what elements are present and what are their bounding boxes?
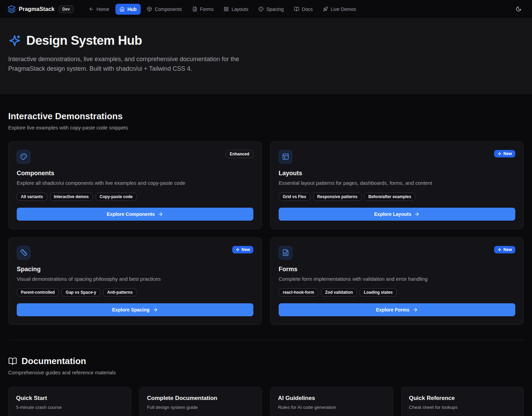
doc-card-title: AI Guidelines [278, 395, 385, 402]
documentation-section: Documentation Comprehensive guides and r… [0, 340, 532, 416]
arrow-right-icon [412, 307, 418, 313]
book-open-icon [294, 6, 299, 12]
tag: Responsive patterns [313, 193, 362, 201]
cta-label: Explore Spacing [112, 307, 150, 313]
card-title: Forms [279, 266, 515, 273]
theme-toggle-button[interactable] [512, 3, 524, 15]
tag: Parent-controlled [17, 288, 59, 296]
env-badge: Dev [59, 5, 74, 13]
nav-item-home[interactable]: Home [85, 4, 113, 15]
nav-item-spacing[interactable]: Spacing [254, 4, 288, 15]
nav-item-hub[interactable]: Hub [115, 4, 141, 15]
explore-components-button[interactable]: Explore Components [17, 208, 253, 221]
demo-card-forms: New Forms Complete form implementations … [270, 237, 524, 325]
cta-label: Explore Components [107, 211, 155, 217]
tag: Copy-paste code [96, 193, 137, 201]
nav-right [512, 3, 524, 15]
arrow-left-icon [89, 6, 94, 12]
tag-list: Parent-controlled Gap vs Space-y Anti-pa… [17, 288, 253, 296]
nav-item-live-demos[interactable]: Live Demos [319, 4, 360, 15]
brand-name: PragmaStack [19, 6, 55, 12]
page-title: Design System Hub [26, 33, 142, 48]
tag: Loading states [360, 288, 397, 296]
nav-item-label: Live Demos [331, 6, 356, 12]
hero-section: Design System Hub Interactive demonstrat… [0, 18, 532, 94]
nav-item-forms[interactable]: Forms [188, 4, 218, 15]
page-subtitle: Interactive demonstrations, live example… [8, 55, 264, 74]
arrow-right-icon [158, 211, 163, 217]
nav-item-label: Hub [127, 6, 137, 12]
nav-item-label: Components [155, 6, 182, 12]
doc-card-description: 5-minute crash course [16, 405, 123, 410]
new-badge: New [232, 246, 253, 253]
tag: Before/after examples [364, 193, 415, 201]
demos-section: Interactive Demonstrations Explore live … [0, 94, 532, 341]
sparkles-icon [498, 248, 502, 252]
sparkles-icon [498, 152, 502, 156]
tag: All variants [17, 193, 47, 201]
tag-list: All variants Interactive demos Copy-past… [17, 193, 253, 201]
doc-card-description: Cheat sheet for lookups [409, 405, 516, 410]
brand[interactable]: PragmaStack [8, 5, 55, 13]
demos-subheading: Explore live examples with copy-paste co… [8, 125, 524, 130]
tag: Interactive demos [50, 193, 93, 201]
docs-subheading: Comprehensive guides and reference mater… [8, 370, 524, 375]
tag: Anti-patterns [103, 288, 137, 296]
demo-card-layouts: New Layouts Essential layout patterns fo… [270, 141, 524, 229]
doc-card-title: Complete Documentation [147, 395, 254, 402]
card-description: Complete form implementations with valid… [279, 275, 515, 283]
demo-card-grid: Enhanced Components Explore all shadcn/u… [8, 141, 524, 325]
new-badge-label: New [503, 247, 512, 252]
enhanced-badge: Enhanced [226, 150, 253, 158]
tag-list: Grid vs Flex Responsive patterns Before/… [279, 193, 515, 201]
nav-item-docs[interactable]: Docs [290, 4, 317, 15]
doc-card-description: Full design system guide [147, 405, 254, 410]
card-title: Layouts [279, 170, 515, 177]
nav-item-label: Docs [302, 6, 313, 12]
book-open-icon [8, 357, 17, 366]
top-nav: PragmaStack Dev Home Hub Components Form [0, 0, 532, 18]
palette-icon [17, 150, 30, 164]
docs-heading: Documentation [22, 356, 86, 366]
doc-card-ai-guidelines[interactable]: AI Guidelines Rules for AI code generati… [270, 387, 393, 416]
explore-layouts-button[interactable]: Explore Layouts [279, 208, 515, 221]
doc-card-description: Rules for AI code generation [278, 405, 385, 410]
ruler-icon [17, 246, 30, 260]
moon-icon [516, 6, 521, 12]
box-icon [147, 6, 152, 12]
docs-card-grid: Quick Start 5-minute crash course Comple… [8, 387, 524, 416]
tag: Grid vs Flex [279, 193, 310, 201]
rocket-icon [323, 6, 328, 12]
nav-menu: Home Hub Components Forms Layouts [85, 4, 360, 15]
nav-item-label: Layouts [232, 6, 248, 12]
nav-item-components[interactable]: Components [143, 4, 186, 15]
new-badge: New [494, 150, 515, 157]
doc-card-quick-start[interactable]: Quick Start 5-minute crash course [8, 387, 131, 416]
arrow-right-icon [153, 307, 158, 313]
nav-item-label: Home [97, 6, 109, 12]
cta-label: Explore Forms [376, 307, 409, 313]
file-text-icon [279, 246, 292, 260]
palette-icon [258, 6, 264, 12]
card-description: Essential layout patterns for pages, das… [279, 179, 515, 187]
card-title: Spacing [17, 266, 253, 273]
doc-card-title: Quick Reference [409, 395, 516, 402]
demo-card-spacing: New Spacing Visual demonstrations of spa… [8, 237, 262, 325]
tag-list: react-hook-form Zod validation Loading s… [279, 288, 515, 296]
explore-spacing-button[interactable]: Explore Spacing [17, 303, 253, 316]
layers-logo-icon [8, 5, 16, 13]
new-badge-label: New [241, 247, 250, 252]
new-badge: New [494, 246, 515, 253]
layout-panel-icon [279, 150, 292, 164]
doc-card-complete-documentation[interactable]: Complete Documentation Full design syste… [139, 387, 262, 416]
explore-forms-button[interactable]: Explore Forms [279, 303, 515, 316]
new-badge-label: New [503, 151, 512, 156]
doc-card-title: Quick Start [16, 395, 123, 402]
nav-item-label: Spacing [266, 6, 284, 12]
sparkles-icon [236, 248, 240, 252]
home-icon [120, 6, 125, 12]
nav-item-layouts[interactable]: Layouts [220, 4, 252, 15]
doc-card-quick-reference[interactable]: Quick Reference Cheat sheet for lookups [401, 387, 524, 416]
tag: Gap vs Space-y [61, 288, 100, 296]
file-text-icon [192, 6, 197, 12]
